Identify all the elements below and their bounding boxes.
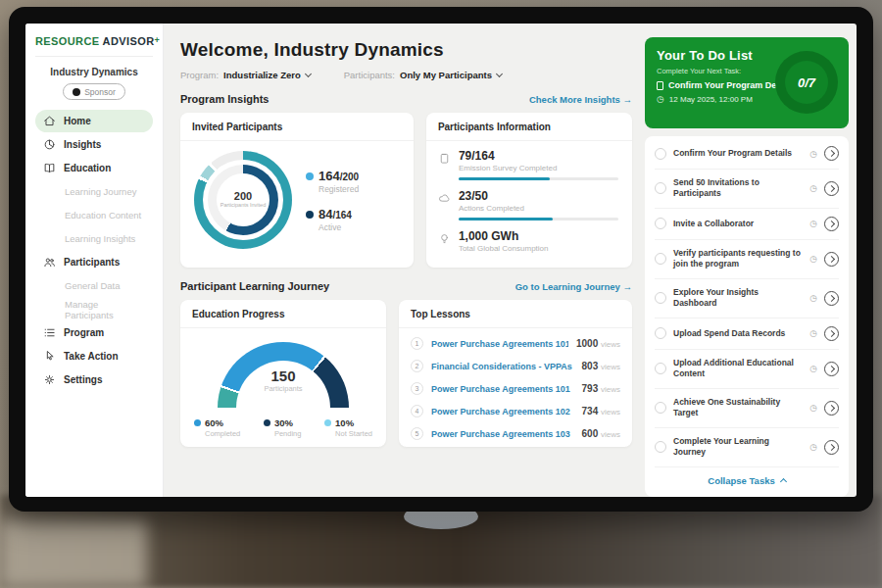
section-title: Program Insights	[180, 93, 269, 105]
lesson-views: 793 views	[582, 383, 620, 394]
filter-row: Program: Industrialize Zero Participants…	[180, 70, 632, 80]
chevron-right-button[interactable]	[824, 401, 839, 416]
sidebar-item-education[interactable]: Education	[35, 157, 153, 179]
legend-label: Completed	[205, 429, 240, 438]
lesson-title-link[interactable]: Financial Considerations - VPPAs	[431, 362, 574, 371]
chevron-right-button[interactable]	[824, 181, 839, 196]
sidebar-item-education-content[interactable]: Education Content	[35, 204, 153, 226]
sidebar-item-label: General Data	[65, 280, 121, 291]
todo-item[interactable]: Upload Spend Data Records ◷	[655, 318, 839, 350]
clock-icon: ◷	[809, 293, 817, 303]
todo-item[interactable]: Send 50 Invitations to Participants ◷	[655, 170, 839, 209]
legend-value: 84/164	[318, 207, 359, 221]
lesson-row[interactable]: 2 Financial Considerations - VPPAs 803 v…	[411, 355, 620, 377]
sidebar-item-label: Take Action	[64, 351, 119, 362]
consumption-icon	[438, 229, 451, 253]
chevron-right-button[interactable]	[824, 252, 839, 267]
invited-donut-chart: 200 Participants Invited	[194, 151, 292, 249]
lesson-row[interactable]: 1 Power Purchase Agreements 101 1000 vie…	[411, 332, 620, 355]
sidebar-item-insights[interactable]: Insights	[35, 133, 153, 156]
todo-item[interactable]: Achieve One Sustainability Target ◷	[655, 389, 839, 428]
sidebar-item-learning-insights[interactable]: Learning Insights	[35, 227, 153, 250]
todo-checkbox[interactable]	[655, 182, 666, 194]
todo-item[interactable]: Complete Your Learning Journey ◷	[655, 428, 839, 467]
chevron-right-button[interactable]	[824, 146, 839, 161]
donut-center-value: 200	[234, 190, 252, 202]
legend-percent: 60%	[205, 417, 240, 428]
participants-value: Only My Participants	[400, 70, 492, 80]
lesson-title-link[interactable]: Power Purchase Agreements 101	[431, 384, 574, 394]
participants-dropdown[interactable]: Participants: Only My Participants	[344, 70, 502, 80]
lesson-title-link[interactable]: Power Purchase Agreements 102	[431, 407, 574, 416]
lesson-row[interactable]: 3 Power Purchase Agreements 101 793 view…	[411, 377, 620, 400]
program-label: Program:	[180, 70, 219, 80]
go-to-learning-journey-link[interactable]: Go to Learning Journey →	[515, 281, 632, 292]
lesson-title-link[interactable]: Power Purchase Agreements 103	[431, 429, 574, 439]
todo-item[interactable]: Confirm Your Program Details ◷	[655, 138, 839, 170]
sidebar-item-participants[interactable]: Participants	[35, 251, 153, 273]
chevron-right-button[interactable]	[824, 440, 839, 455]
chevron-right-button[interactable]	[824, 291, 839, 306]
sidebar-item-general-data[interactable]: General Data	[35, 274, 153, 297]
chevron-right-button[interactable]	[824, 326, 839, 341]
check-more-insights-link[interactable]: Check More Insights →	[529, 94, 632, 105]
gauge-legend-item: 10% Not Started	[324, 417, 372, 438]
participants-label: Participants:	[344, 70, 395, 80]
lesson-title-link[interactable]: Power Purchase Agreements 101	[431, 339, 568, 349]
todo-item-label: Confirm Your Program Details	[673, 148, 803, 159]
gauge-legend: 60% Completed 30% Pending 10% Not Starte…	[180, 408, 386, 438]
todo-checkbox[interactable]	[655, 402, 666, 414]
actions-icon	[438, 189, 451, 220]
legend-dot-icon	[306, 211, 314, 219]
todo-item[interactable]: Invite a Collaborator ◷	[655, 209, 839, 240]
todo-item-label: Explore Your Insights Dashboard	[673, 287, 803, 310]
sidebar-item-take-action[interactable]: Take Action	[35, 345, 153, 368]
sidebar-item-manage-participants[interactable]: Manage Participants	[35, 298, 153, 320]
todo-item[interactable]: Upload Additional Educational Content ◷	[655, 350, 839, 389]
lesson-row[interactable]: 4 Power Purchase Agreements 102 734 view…	[411, 400, 620, 422]
program-dropdown[interactable]: Program: Industrialize Zero	[180, 70, 311, 80]
sidebar-item-label: Settings	[64, 374, 102, 385]
gauge-legend-item: 60% Completed	[194, 417, 240, 438]
clock-icon: ◷	[809, 219, 817, 228]
todo-checkbox[interactable]	[655, 363, 666, 374]
todo-panel: Your To Do List Complete Your Next Task:…	[645, 24, 857, 497]
chevron-right-button[interactable]	[824, 362, 839, 376]
settings-icon	[43, 373, 56, 386]
todo-checkbox[interactable]	[655, 218, 666, 229]
todo-progress-value: 0/7	[785, 61, 828, 104]
legend-label: Registered	[318, 184, 359, 194]
sidebar-item-label: Education	[64, 163, 111, 173]
arrow-right-icon: →	[623, 281, 633, 292]
collapse-tasks-link[interactable]: Collapse Tasks	[655, 467, 839, 495]
clock-icon: ◷	[809, 149, 817, 159]
todo-item-label: Invite a Collaborator	[673, 219, 803, 229]
sidebar-item-label: Home	[64, 116, 91, 126]
sidebar-item-settings[interactable]: Settings	[35, 368, 153, 391]
todo-list-card: Confirm Your Program Details ◷ Send 50 I…	[645, 136, 849, 497]
donut-center-label: Participants Invited	[220, 202, 266, 210]
todo-checkbox[interactable]	[655, 148, 666, 160]
todo-checkbox[interactable]	[655, 441, 666, 453]
desk-highlight	[0, 519, 147, 588]
program-value: Industrialize Zero	[223, 70, 301, 80]
app-logo: RESOURCE ADVISOR+	[35, 35, 153, 57]
clock-icon: ◷	[809, 442, 817, 452]
card-title: Education Progress	[180, 300, 386, 328]
todo-checkbox[interactable]	[655, 253, 666, 265]
program-icon	[43, 326, 56, 339]
clock-icon: ◷	[809, 183, 817, 193]
todo-item-label: Achieve One Sustainability Target	[673, 397, 803, 419]
lesson-row[interactable]: 5 Power Purchase Agreements 103 600 view…	[411, 422, 620, 445]
sidebar-item-learning-journey[interactable]: Learning Journey	[35, 180, 153, 203]
sidebar-item-home[interactable]: Home	[35, 110, 153, 132]
todo-item[interactable]: Explore Your Insights Dashboard ◷	[655, 279, 839, 318]
sidebar-item-program[interactable]: Program	[35, 321, 153, 344]
todo-checkbox[interactable]	[655, 292, 666, 304]
todo-checkbox[interactable]	[655, 327, 666, 339]
todo-item[interactable]: Verify participants requesting to join t…	[655, 240, 839, 279]
sidebar-item-label: Insights	[64, 139, 101, 150]
gauge-legend-item: 30% Pending	[264, 417, 302, 438]
chevron-right-button[interactable]	[824, 217, 839, 231]
insights-icon	[43, 138, 56, 151]
